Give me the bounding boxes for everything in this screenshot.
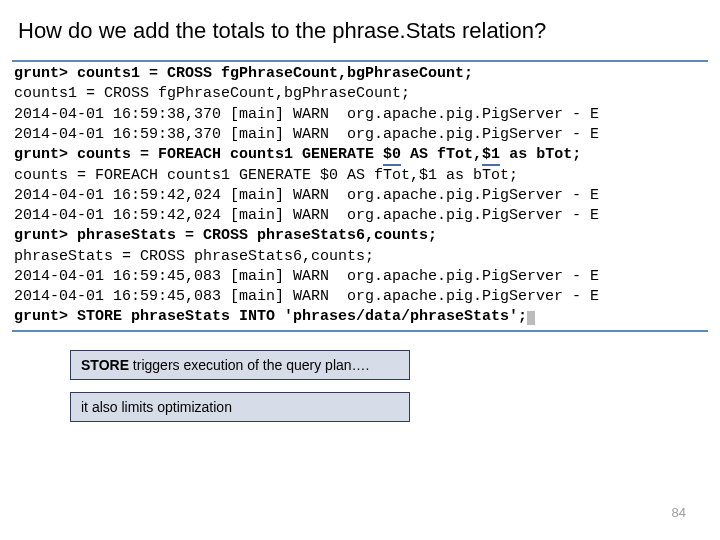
callouts: STORE triggers execution of the query pl…	[70, 350, 708, 422]
page-number: 84	[672, 505, 686, 520]
callout-store-word: STORE	[81, 357, 129, 373]
callout-limit: it also limits optimization	[70, 392, 410, 422]
terminal-output: grunt> counts1 = CROSS fgPhraseCount,bgP…	[12, 62, 708, 330]
terminal-border: grunt> counts1 = CROSS fgPhraseCount,bgP…	[12, 60, 708, 332]
slide-title: How do we add the totals to the phrase.S…	[18, 18, 708, 44]
callout-store: STORE triggers execution of the query pl…	[70, 350, 410, 380]
slide: How do we add the totals to the phrase.S…	[0, 0, 720, 540]
callout-store-rest: triggers execution of the query plan….	[129, 357, 369, 373]
